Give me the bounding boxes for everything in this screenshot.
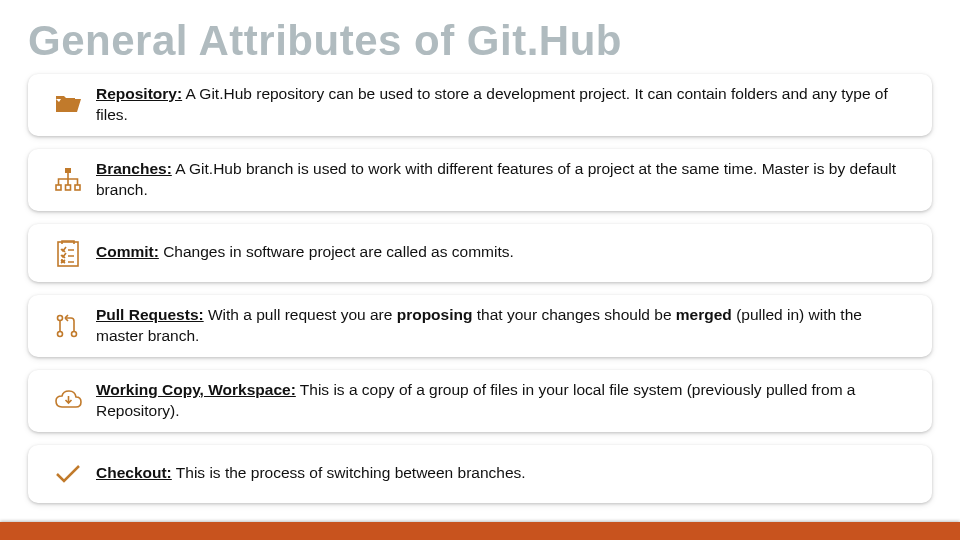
attribute-text: Branches: A Git.Hub branch is used to wo… xyxy=(96,159,912,201)
attribute-card: Working Copy, Workspace: This is a copy … xyxy=(28,370,932,432)
cloud-download-icon xyxy=(40,386,96,416)
attribute-term: Checkout: xyxy=(96,464,172,481)
checklist-icon xyxy=(40,238,96,268)
attribute-card: Branches: A Git.Hub branch is used to wo… xyxy=(28,149,932,211)
attribute-desc-part: A Git.Hub branch is used to work with di… xyxy=(96,160,896,198)
hierarchy-icon xyxy=(40,165,96,195)
pull-request-icon xyxy=(40,311,96,341)
attribute-text: Pull Requests: With a pull request you a… xyxy=(96,305,912,347)
attribute-desc-part: Changes in software project are called a… xyxy=(159,243,514,260)
attribute-desc-part: proposing xyxy=(397,306,473,323)
attribute-term: Repository: xyxy=(96,85,182,102)
footer-accent-bar xyxy=(0,522,960,540)
slide: General Attributes of Git.Hub Repository… xyxy=(0,0,960,540)
attribute-term: Branches: xyxy=(96,160,172,177)
check-icon xyxy=(40,459,96,489)
attribute-card: Checkout: This is the process of switchi… xyxy=(28,445,932,503)
attribute-card: Pull Requests: With a pull request you a… xyxy=(28,295,932,357)
attribute-term: Working Copy, Workspace: xyxy=(96,381,296,398)
page-title: General Attributes of Git.Hub xyxy=(28,18,932,64)
card-list: Repository: A Git.Hub repository can be … xyxy=(28,74,932,502)
attribute-text: Commit: Changes in software project are … xyxy=(96,242,912,263)
attribute-card: Commit: Changes in software project are … xyxy=(28,224,932,282)
attribute-desc-part: A Git.Hub repository can be used to stor… xyxy=(96,85,888,123)
attribute-desc-part: This is the process of switching between… xyxy=(172,464,526,481)
attribute-text: Working Copy, Workspace: This is a copy … xyxy=(96,380,912,422)
attribute-text: Repository: A Git.Hub repository can be … xyxy=(96,84,912,126)
attribute-desc-part: With a pull request you are xyxy=(204,306,397,323)
attribute-desc-part: that your changes should be xyxy=(472,306,675,323)
attribute-desc-part: merged xyxy=(676,306,732,323)
attribute-card: Repository: A Git.Hub repository can be … xyxy=(28,74,932,136)
folder-open-icon xyxy=(40,90,96,120)
attribute-term: Commit: xyxy=(96,243,159,260)
attribute-text: Checkout: This is the process of switchi… xyxy=(96,463,912,484)
attribute-term: Pull Requests: xyxy=(96,306,204,323)
